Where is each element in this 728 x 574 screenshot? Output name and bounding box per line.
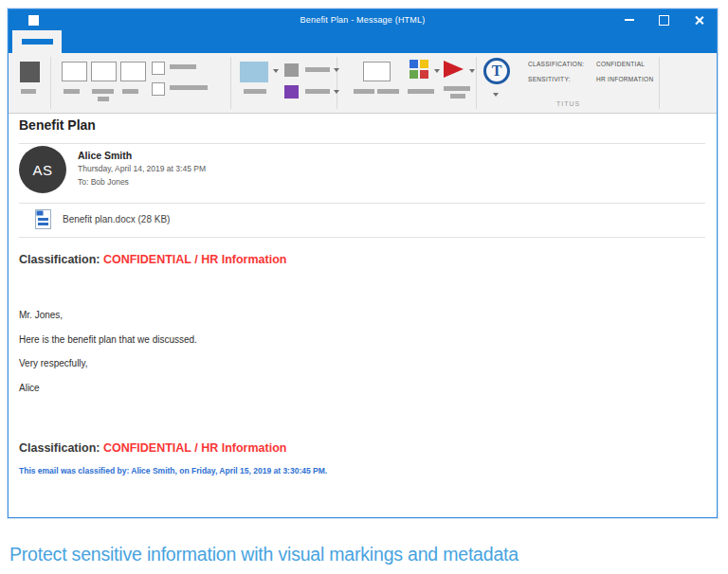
titus-dropdown-caret-icon[interactable] — [493, 93, 499, 97]
body-paragraph: Very respecfully, — [19, 358, 88, 368]
checkbox-placeholder[interactable] — [152, 82, 165, 96]
sender-name[interactable]: Alice Smith — [78, 150, 132, 161]
paste-button-placeholder[interactable] — [20, 62, 40, 82]
gray-swatch-button[interactable] — [284, 63, 299, 77]
classification-label: Classification: — [19, 441, 100, 455]
window-title: Benefit Plan - Message (HTML) — [9, 15, 717, 25]
group-divider — [50, 57, 51, 109]
label-placeholder — [170, 85, 208, 90]
minimize-button[interactable] — [611, 9, 646, 30]
recipient-line: To: Bob Jones — [78, 177, 129, 187]
divider — [19, 203, 705, 204]
classification-header: Classification: CONFIDENTIAL / HR Inform… — [19, 253, 286, 266]
label-placeholder — [92, 89, 114, 94]
tab-label-placeholder — [22, 39, 53, 45]
sender-avatar[interactable]: AS — [19, 146, 66, 193]
label-placeholder — [408, 89, 434, 94]
label-placeholder — [305, 89, 330, 94]
titus-group-name: TITUS — [556, 100, 580, 107]
group-divider — [476, 57, 477, 109]
app-icon — [28, 15, 39, 26]
group-divider — [230, 57, 231, 109]
divider — [19, 143, 705, 144]
label-placeholder — [244, 89, 266, 94]
classified-by-line: This email was classified by: Alice Smit… — [19, 466, 327, 475]
maximize-button[interactable] — [646, 9, 682, 30]
body-paragraph: Mr. Jones, — [19, 310, 63, 320]
close-icon — [694, 15, 704, 26]
group-divider — [337, 57, 337, 109]
attachment-name: Benefit plan.docx (28 KB) — [63, 214, 170, 224]
message-body-pane: Benefit Plan AS Alice Smith Thursday, Ap… — [9, 114, 717, 517]
font-button-placeholder[interactable] — [120, 62, 146, 81]
label-placeholder — [98, 97, 109, 101]
body-paragraph: Alice — [19, 383, 40, 393]
dropdown-caret-icon[interactable] — [434, 69, 440, 73]
quad-red — [420, 70, 428, 79]
address-book-placeholder[interactable] — [363, 62, 391, 81]
label-placeholder — [170, 64, 196, 69]
label-placeholder — [444, 86, 470, 91]
dropdown-caret-icon[interactable] — [334, 90, 339, 94]
message-window: Benefit Plan - Message (HTML) — [8, 9, 718, 518]
window-controls — [611, 9, 717, 30]
label-placeholder — [21, 89, 36, 94]
classification-value: CONFIDENTIAL / HR Information — [103, 253, 287, 266]
quad-blue — [410, 60, 418, 68]
font-color-swatch[interactable] — [284, 85, 299, 99]
follow-up-flag-icon[interactable] — [444, 61, 464, 78]
classification-label: Classification: — [19, 253, 100, 266]
titlebar: Benefit Plan - Message (HTML) — [9, 9, 717, 30]
tab-message[interactable] — [12, 30, 62, 53]
label-placeholder — [122, 89, 138, 94]
label-placeholder — [354, 89, 374, 94]
label-placeholder — [377, 89, 399, 94]
minimize-icon — [625, 19, 634, 21]
attachment-item[interactable]: Benefit plan.docx (28 KB) — [35, 209, 170, 229]
font-button-placeholder[interactable] — [91, 62, 117, 81]
body-paragraph: Here is the benefit plan that we discuss… — [19, 334, 197, 345]
close-button[interactable] — [682, 9, 717, 30]
categorize-icon[interactable] — [410, 60, 428, 79]
titus-sensitivity-value: HR INFORMATION — [596, 76, 653, 82]
ribbon-tabstrip — [9, 30, 717, 53]
subject: Benefit Plan — [19, 117, 96, 133]
checkbox-placeholder[interactable] — [152, 62, 165, 75]
titus-classification-value: CONFIDENTIAL — [596, 61, 645, 67]
page-caption: Protect sensitive information with visua… — [9, 544, 519, 565]
quad-green — [410, 70, 418, 79]
divider — [19, 237, 705, 238]
classification-value: CONFIDENTIAL / HR Information — [103, 441, 287, 455]
dropdown-caret-icon[interactable] — [273, 69, 279, 73]
dropdown-caret-icon[interactable] — [334, 68, 339, 72]
maximize-icon — [659, 15, 669, 26]
dropdown-caret-icon[interactable] — [469, 69, 475, 73]
titus-classification-label: CLASSIFICATION: — [528, 61, 584, 67]
highlight-color-swatch[interactable] — [240, 62, 268, 82]
classification-footer: Classification: CONFIDENTIAL / HR Inform… — [19, 441, 286, 455]
group-divider — [659, 57, 660, 109]
sent-date: Thursday, April 14, 2019 at 3:45 PM — [78, 164, 206, 173]
word-doc-icon — [35, 209, 51, 229]
titus-sensitivity-label: SENSITIVITY: — [528, 76, 571, 82]
label-placeholder — [305, 67, 330, 72]
ribbon: T CLASSIFICATION: CONFIDENTIAL SENSITIVI… — [9, 53, 717, 114]
font-button-placeholder[interactable] — [62, 62, 87, 81]
titus-logo-icon[interactable]: T — [483, 58, 510, 84]
quad-yellow — [420, 60, 428, 68]
label-placeholder — [64, 89, 80, 94]
label-placeholder — [450, 94, 465, 99]
